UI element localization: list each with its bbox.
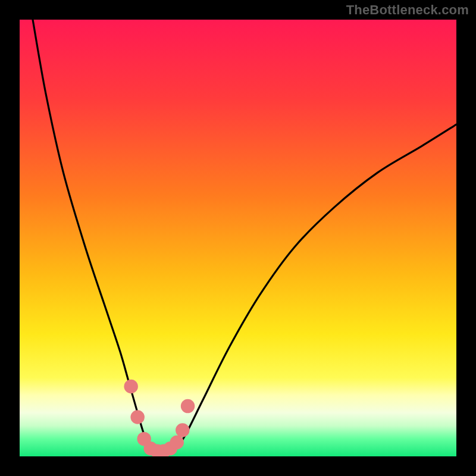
chart-frame: TheBottleneck.com [0, 0, 476, 476]
watermark-text: TheBottleneck.com [346, 2, 469, 18]
reference-point [170, 436, 184, 449]
reference-point [176, 423, 189, 437]
plot-background [20, 20, 456, 456]
chart-svg [0, 0, 476, 476]
reference-point [130, 410, 144, 424]
reference-point [124, 380, 137, 393]
reference-point [181, 399, 195, 413]
